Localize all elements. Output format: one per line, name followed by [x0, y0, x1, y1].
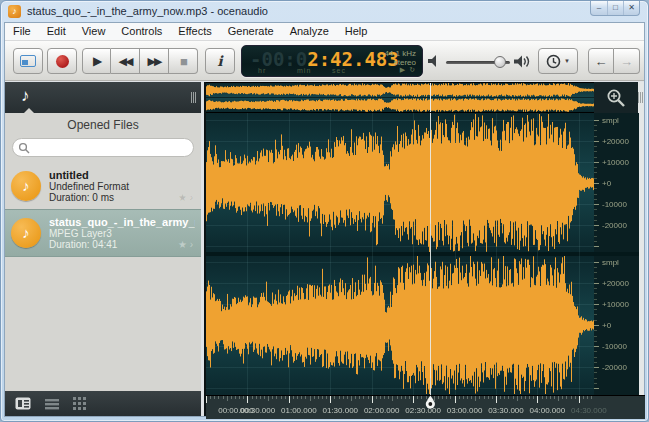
stop-icon: ■ — [180, 54, 186, 69]
file-info: untitledUndefined FormatDuration: 0 ms — [49, 169, 195, 203]
record-button[interactable] — [47, 48, 77, 74]
music-note-tab-icon[interactable]: ♪ — [21, 86, 30, 106]
clock-icon — [546, 54, 561, 69]
menu-file[interactable]: File — [5, 23, 39, 40]
sidebar-header: ♪ — [5, 82, 201, 113]
sample-rate-label: 44.1 kHz — [384, 49, 416, 58]
toggle-sidebar-button[interactable] — [13, 48, 43, 74]
list-item[interactable]: ♪status_quo_-_in_the_army_now....MPEG La… — [5, 209, 201, 257]
fast-forward-icon: ▶▶ — [148, 55, 161, 68]
window-title: status_quo_-_in_the_army_now.mp3 - ocena… — [27, 5, 268, 17]
time-display[interactable]: -00:02:42.483 hr min sec 44.1 kHz stereo… — [241, 45, 423, 77]
info-button[interactable]: i — [205, 48, 235, 74]
right-splitter[interactable] — [638, 82, 644, 113]
waveform-view[interactable] — [206, 113, 594, 395]
caret-down-icon: ▼ — [564, 58, 570, 64]
search-icon — [18, 142, 30, 154]
stream-info: 44.1 kHz stereo — [384, 49, 416, 67]
menu-generate[interactable]: Generate — [220, 23, 282, 40]
play-button[interactable]: ▶ — [82, 48, 111, 74]
unit-sec-label: sec — [332, 67, 346, 74]
menu-edit[interactable]: Edit — [39, 23, 74, 40]
menu-bar: FileEditViewControlsEffectsGenerateAnaly… — [5, 23, 644, 41]
splitter-handle-icon — [638, 92, 643, 103]
audio-file-icon: ♪ — [11, 171, 41, 201]
play-icon: ▶ — [93, 54, 100, 68]
maximize-button[interactable]: □ — [607, 1, 623, 15]
sidebar-footer — [5, 391, 201, 416]
file-info: status_quo_-_in_the_army_now....MPEG Lay… — [49, 216, 195, 250]
redo-forward-button[interactable]: → — [614, 48, 640, 74]
rewind-icon: ◀◀ — [119, 55, 132, 68]
unit-hr-label: hr — [258, 67, 266, 74]
list-item[interactable]: ♪untitledUndefined FormatDuration: 0 ms★… — [5, 163, 201, 209]
file-list: ♪untitledUndefined FormatDuration: 0 ms★… — [5, 163, 201, 257]
list-view-icon[interactable] — [45, 398, 59, 410]
minimize-button[interactable]: – — [591, 1, 607, 15]
fast-forward-button[interactable]: ▶▶ — [140, 48, 169, 74]
menu-view[interactable]: View — [74, 23, 114, 40]
menu-effects[interactable]: Effects — [170, 23, 219, 40]
close-button[interactable]: ✕ — [623, 1, 639, 15]
app-icon: ♪ — [8, 5, 21, 18]
item-action-icons[interactable]: ★ › — [178, 239, 193, 250]
time-format-button[interactable]: ▼ — [538, 48, 578, 74]
record-icon — [56, 55, 69, 68]
editor-area — [201, 82, 644, 416]
menu-analyze[interactable]: Analyze — [282, 23, 337, 40]
window-controls: – □ ✕ — [590, 1, 640, 16]
waveform-row — [206, 113, 644, 395]
menu-controls[interactable]: Controls — [113, 23, 170, 40]
toolbar: ▶ ◀◀ ▶▶ ■ i -00:02:42.483 hr min sec 44.… — [5, 41, 644, 81]
amplitude-scale — [594, 113, 639, 395]
zoom-in-icon[interactable] — [606, 88, 626, 108]
undo-back-button[interactable]: ← — [588, 48, 614, 74]
app-body: FileEditViewControlsEffectsGenerateAnaly… — [4, 22, 645, 417]
time-digits: -00:02:42.483 — [250, 48, 399, 70]
title-bar[interactable]: ♪ status_quo_-_in_the_army_now.mp3 - oce… — [1, 1, 648, 22]
sidebar-drag-handle-icon[interactable] — [191, 92, 196, 103]
sidebar-icon — [20, 55, 36, 67]
details-view-icon[interactable] — [15, 397, 31, 410]
volume-low-icon — [428, 55, 441, 67]
file-title: status_quo_-_in_the_army_now.... — [49, 216, 195, 228]
stop-button[interactable]: ■ — [169, 48, 198, 74]
playback-mode-icons: ▶ ↻ — [400, 66, 416, 74]
file-format: Undefined Format — [49, 181, 195, 192]
opened-files-panel: Opened Files ♪untitledUndefined FormatDu… — [5, 113, 201, 391]
app-window: ♪ status_quo_-_in_the_army_now.mp3 - oce… — [0, 0, 649, 422]
volume-high-icon — [514, 55, 531, 68]
search-input[interactable] — [33, 140, 187, 155]
audio-file-icon: ♪ — [11, 218, 41, 248]
file-duration: Duration: 0 ms — [49, 192, 195, 203]
rewind-button[interactable]: ◀◀ — [111, 48, 140, 74]
arrow-right-icon: → — [620, 54, 633, 69]
zoom-box — [594, 82, 638, 113]
item-action-icons[interactable]: ★ › — [178, 192, 193, 203]
volume-slider-knob[interactable] — [494, 56, 506, 68]
search-box — [12, 138, 194, 157]
menu-help[interactable]: Help — [337, 23, 376, 40]
overview-row — [206, 82, 644, 113]
active-tab-notch — [23, 108, 35, 114]
panel-title: Opened Files — [5, 113, 201, 135]
timeline-ruler[interactable] — [206, 395, 645, 419]
file-format: MPEG Layer3 — [49, 228, 195, 239]
sidebar: ♪ Opened Files ♪untitledUndefined Format… — [5, 82, 201, 416]
arrow-left-icon: ← — [595, 54, 608, 69]
info-icon: i — [217, 53, 222, 69]
grid-view-icon[interactable] — [73, 397, 86, 410]
file-title: untitled — [49, 169, 195, 181]
content-area: ♪ Opened Files ♪untitledUndefined Format… — [5, 82, 644, 416]
file-duration: Duration: 04:41 — [49, 239, 195, 250]
waveform-overview[interactable] — [206, 82, 594, 113]
unit-min-label: min — [297, 67, 311, 74]
right-splitter-lower — [639, 113, 644, 395]
